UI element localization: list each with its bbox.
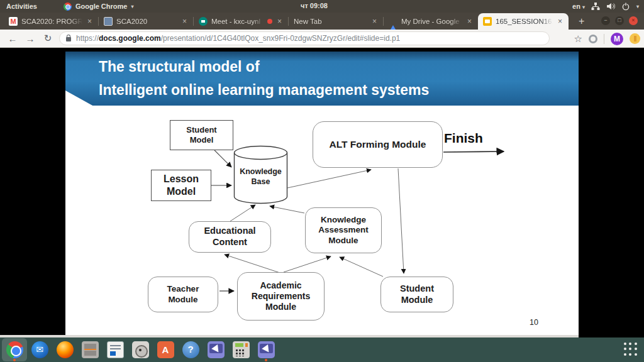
slide-canvas[interactable]: The structural model of Intelligent onli…	[65, 52, 579, 335]
edge-alt-module-to-student-module	[398, 168, 404, 273]
slides-icon	[483, 17, 492, 26]
help-icon: ?	[182, 341, 199, 358]
address-bar[interactable]: https://docs.google.com/presentation/d/1…	[59, 31, 550, 45]
mail-icon: ✉	[31, 341, 48, 358]
tab-meet[interactable]: Meet - kxc-uynl ×	[194, 13, 288, 30]
firefox-icon	[57, 341, 74, 358]
recording-indicator-icon	[267, 19, 272, 24]
chevron-down-icon: ▾	[131, 4, 133, 9]
reload-button[interactable]: ↻	[39, 33, 57, 44]
gmail-icon: M	[9, 17, 18, 26]
lock-icon[interactable]	[66, 37, 71, 41]
dock-item-firefox[interactable]	[52, 338, 77, 361]
dock-item-media-player[interactable]	[128, 338, 153, 361]
url-text: https://docs.google.com/presentation/d/1…	[76, 34, 400, 43]
tab-strip: M SCA2020: PROGRA × SCA2020 × Meet - kxc…	[0, 13, 644, 30]
edge-alt-module-to-finish	[443, 151, 504, 152]
tab-title: New Tab	[294, 18, 367, 25]
calculator-icon	[233, 341, 250, 358]
app-menu[interactable]: Google Chrome ▾	[64, 3, 134, 11]
node-lesson-model[interactable]: Lesson Model	[151, 170, 211, 201]
system-top-bar: Activities Google Chrome ▾ чт 09:08 en ▾	[0, 0, 644, 13]
tab-my-drive[interactable]: My Drive - Google ×	[384, 13, 478, 30]
edge-academic-to-educational-content	[225, 255, 280, 273]
browser-viewport: The structural model of Intelligent onli…	[0, 48, 644, 337]
software-bag-icon: A	[157, 341, 174, 358]
node-alt-forming-module[interactable]: ALT Forming Module	[313, 121, 443, 168]
edge-assessment-to-knowledge-base	[270, 206, 304, 213]
node-academic-requirements-module[interactable]: Academic Requirements Module	[237, 272, 325, 321]
tab-title: Meet - kxc-uynl	[211, 18, 264, 25]
chevron-down-icon[interactable]: ▾	[636, 4, 639, 9]
node-knowledge-base[interactable]: Knowledge Base	[231, 167, 291, 187]
tab-title: My Drive - Google	[401, 18, 462, 25]
document-icon	[107, 341, 124, 358]
minimize-button[interactable]: −	[601, 16, 610, 25]
edge-student-model-to-knowledge-base	[214, 150, 231, 167]
close-icon[interactable]: ×	[466, 17, 473, 26]
dock-item-libreoffice-writer[interactable]	[103, 338, 128, 361]
node-teacher-module[interactable]: Teacher Module	[148, 277, 218, 312]
dock-item-thunderbird-mail[interactable]: ✉	[27, 338, 52, 361]
edge-knowledge-base-to-alt-module	[287, 170, 371, 188]
dock: ✉ A ?	[0, 337, 644, 362]
meet-icon	[199, 17, 208, 26]
network-icon[interactable]	[591, 2, 600, 11]
tab-new-tab[interactable]: New Tab ×	[289, 13, 383, 30]
profile-avatar[interactable]: M	[611, 33, 623, 45]
dock-item-remote-desktop[interactable]	[203, 338, 228, 361]
bookmark-star-icon[interactable]: ☆	[574, 33, 582, 45]
file-cabinet-icon	[82, 341, 99, 358]
keyboard-layout-indicator[interactable]: en ▾	[572, 3, 585, 10]
chevron-down-icon: ▾	[582, 4, 585, 10]
back-button[interactable]: ←	[4, 33, 21, 44]
forward-button[interactable]: →	[21, 33, 39, 44]
show-applications-button[interactable]	[624, 343, 638, 356]
close-icon[interactable]: ×	[557, 17, 564, 26]
close-icon[interactable]: ×	[86, 17, 93, 26]
chrome-icon	[6, 341, 23, 358]
dock-item-help[interactable]: ?	[178, 338, 203, 361]
node-knowledge-assessment-module[interactable]: Knowledge Assessment Module	[305, 207, 382, 253]
maximize-button[interactable]: □	[615, 16, 624, 25]
browser-toolbar: ← → ↻ https://docs.google.com/presentati…	[0, 30, 644, 48]
close-icon[interactable]: ×	[181, 17, 188, 26]
drive-icon	[389, 17, 397, 26]
remote-desktop-icon	[208, 341, 225, 358]
screen-share-icon	[258, 341, 275, 358]
dock-item-screen-share[interactable]	[253, 338, 279, 361]
power-icon[interactable]	[621, 2, 630, 11]
dock-item-ubuntu-software[interactable]: A	[153, 338, 178, 361]
website-icon	[104, 17, 113, 26]
tab-title: SCA2020: PROGRA	[21, 18, 82, 25]
finish-label: Finish	[444, 131, 483, 146]
close-window-button[interactable]: ×	[629, 16, 638, 25]
tab-session16-active[interactable]: 165_SESSION16.p ×	[478, 13, 569, 30]
new-tab-button[interactable]: +	[579, 16, 584, 27]
node-student-module[interactable]: Student Module	[380, 277, 453, 312]
node-student-model[interactable]: Student Model	[170, 120, 233, 150]
page-number: 10	[530, 318, 538, 327]
tab-title: 165_SESSION16.p	[496, 18, 553, 25]
desktop: Activities Google Chrome ▾ чт 09:08 en ▾	[0, 0, 644, 362]
node-educational-content[interactable]: Educational Content	[189, 221, 271, 253]
diagram: Student Model Lesson Model Knowledge Bas…	[65, 106, 579, 335]
tab-title: SCA2020	[116, 18, 177, 25]
edge-educational-content-to-knowledge-base	[230, 205, 255, 221]
tab-sca2020[interactable]: SCA2020 ×	[99, 13, 193, 30]
dock-item-google-chrome[interactable]	[2, 338, 27, 361]
tab-gmail-sca2020[interactable]: M SCA2020: PROGRA ×	[4, 13, 98, 30]
extension-icon-amber[interactable]	[630, 33, 640, 44]
edge-student-module-to-assessment	[340, 257, 383, 277]
volume-icon[interactable]	[606, 2, 615, 11]
app-menu-label: Google Chrome	[75, 3, 128, 10]
clock[interactable]: чт 09:08	[301, 2, 328, 9]
close-icon[interactable]: ×	[371, 17, 378, 26]
extension-icon[interactable]	[589, 35, 597, 43]
activities-button[interactable]: Activities	[6, 3, 37, 10]
speaker-icon	[132, 341, 149, 358]
window-controls: − □ ×	[601, 16, 638, 25]
close-icon[interactable]: ×	[276, 17, 283, 26]
dock-item-file-manager[interactable]	[77, 338, 103, 361]
dock-item-calculator[interactable]	[228, 338, 253, 361]
